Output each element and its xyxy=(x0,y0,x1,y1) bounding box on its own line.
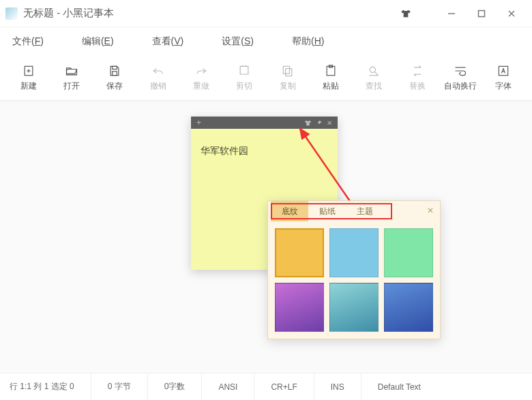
toolbar-font[interactable]: 字体 xyxy=(482,59,525,97)
menu-bar: 文件(F) 编辑(E) 查看(V) 设置(S) 帮助(H) xyxy=(0,27,532,56)
svg-rect-9 xyxy=(283,66,289,74)
status-chars: 0字数 xyxy=(148,373,203,400)
menu-view[interactable]: 查看(V) xyxy=(143,33,194,50)
toolbar-paste[interactable]: 粘贴 xyxy=(309,59,352,97)
skin-button[interactable] xyxy=(396,3,416,24)
menu-help[interactable]: 帮助(H) xyxy=(282,33,334,50)
swatch-orange[interactable] xyxy=(275,228,324,277)
minimize-button[interactable] xyxy=(437,0,467,27)
sticky-close-icon[interactable]: ✕ xyxy=(324,117,335,128)
theme-tab-bar: 底纹 贴纸 主题 xyxy=(268,201,440,221)
window-title: 无标题 - 小黑记事本 xyxy=(23,7,114,20)
copy-icon xyxy=(281,64,295,78)
status-position: 行 1:1 列 1 选定 0 xyxy=(5,373,91,400)
sticky-add-button[interactable]: + xyxy=(194,118,204,127)
toolbar-replace[interactable]: 替换 xyxy=(396,59,439,97)
maximize-button[interactable] xyxy=(467,0,497,27)
toolbar-new[interactable]: 新建 xyxy=(7,59,50,97)
sticky-skin-icon[interactable] xyxy=(302,117,313,128)
toolbar-redo[interactable]: 重做 xyxy=(179,59,222,97)
find-icon xyxy=(367,64,381,78)
toolbar-find[interactable]: 查找 xyxy=(353,59,396,97)
redo-icon xyxy=(194,64,208,78)
toolbar: 新建 打开 保存 撤销 重做 剪切 复制 粘贴 查找 替换 自动换行 字体 xyxy=(0,56,532,101)
panel-close-icon[interactable]: ✕ xyxy=(425,205,436,216)
svg-line-14 xyxy=(375,72,379,76)
undo-icon xyxy=(151,64,165,78)
svg-point-13 xyxy=(370,67,375,72)
new-file-icon xyxy=(22,64,35,78)
status-bytes: 0 字节 xyxy=(91,373,148,400)
svg-rect-10 xyxy=(285,69,291,76)
toolbar-open[interactable]: 打开 xyxy=(50,59,93,97)
status-mode[interactable]: INS xyxy=(314,373,361,400)
menu-edit[interactable]: 编辑(E) xyxy=(72,33,123,50)
swatch-blue-gradient[interactable] xyxy=(384,283,433,332)
status-theme[interactable]: Default Text xyxy=(361,373,437,400)
tab-texture[interactable]: 底纹 xyxy=(271,201,308,221)
swatch-teal-gradient[interactable] xyxy=(329,283,379,332)
editor-canvas[interactable]: + ✕ 华军软件园 底纹 贴纸 主题 ✕ xyxy=(0,101,532,373)
close-button[interactable] xyxy=(497,0,527,27)
toolbar-cut[interactable]: 剪切 xyxy=(223,59,266,97)
status-eol[interactable]: CR+LF xyxy=(254,373,314,400)
status-bar: 行 1:1 列 1 选定 0 0 字节 0字数 ANSI CR+LF INS D… xyxy=(0,373,532,400)
toolbar-undo[interactable]: 撤销 xyxy=(136,59,179,97)
tab-sticker[interactable]: 贴纸 xyxy=(308,201,346,221)
toolbar-wrap[interactable]: 自动换行 xyxy=(439,59,482,97)
svg-rect-7 xyxy=(113,66,117,69)
app-icon xyxy=(5,7,18,20)
title-bar: 无标题 - 小黑记事本 xyxy=(0,0,532,27)
paste-icon xyxy=(324,64,338,78)
cut-icon xyxy=(237,64,251,78)
swatch-light-blue[interactable] xyxy=(329,228,379,277)
save-icon xyxy=(108,64,121,78)
svg-rect-1 xyxy=(479,10,485,16)
wrap-icon xyxy=(454,64,467,78)
font-icon xyxy=(497,64,510,78)
menu-file[interactable]: 文件(F) xyxy=(3,33,53,50)
open-icon xyxy=(65,64,78,78)
replace-icon xyxy=(411,64,424,78)
swatch-light-green[interactable] xyxy=(384,228,433,277)
tab-theme[interactable]: 主题 xyxy=(346,201,383,221)
status-encoding[interactable]: ANSI xyxy=(202,373,254,400)
toolbar-copy[interactable]: 复制 xyxy=(266,59,309,97)
swatch-grid xyxy=(268,221,440,339)
swatch-purple-gradient[interactable] xyxy=(275,283,324,332)
menu-settings[interactable]: 设置(S) xyxy=(212,33,263,50)
sticky-pin-icon[interactable] xyxy=(313,117,324,128)
sticky-header: + ✕ xyxy=(191,117,338,129)
theme-panel: 底纹 贴纸 主题 ✕ xyxy=(267,200,441,339)
toolbar-save[interactable]: 保存 xyxy=(93,59,136,97)
svg-rect-8 xyxy=(113,72,117,76)
